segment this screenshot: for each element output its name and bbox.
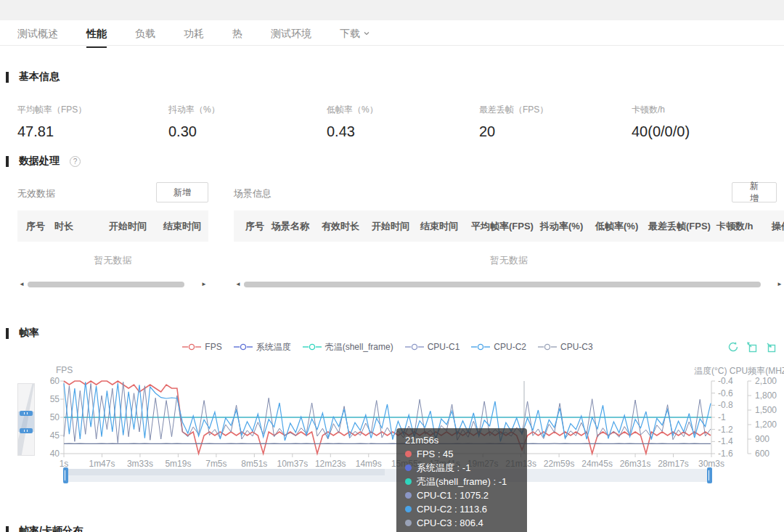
- tab-bar: 测试概述性能负载功耗热测试环境下载: [0, 28, 784, 46]
- invalid-table-empty: 暂无数据: [17, 254, 208, 267]
- series-line-FPS: [64, 381, 711, 454]
- column-header: 有效时长: [322, 210, 359, 242]
- metric-4: 卡顿数/h40(0/0/0): [632, 104, 690, 140]
- scroll-left-icon[interactable]: ◄: [17, 279, 26, 290]
- x-tick: 8m51s: [241, 459, 267, 469]
- legend-marker-icon: [234, 340, 253, 353]
- column-header: 开始时间: [109, 210, 147, 242]
- metric-2: 低帧率（%）0.43: [327, 104, 378, 140]
- tooltip-row: CPU-C1 : 1075.2: [405, 488, 518, 502]
- tab-overview[interactable]: 测试概述: [17, 28, 58, 47]
- metric-label: 平均帧率（FPS）: [17, 104, 86, 116]
- metric-label: 低帧率（%）: [327, 104, 378, 116]
- chart-legend: FPS系统温度壳温(shell_frame)CPU-C1CPU-C2CPU-C3: [64, 340, 711, 353]
- x-zoom-handle-right[interactable]: [707, 467, 712, 483]
- invalid-add-button[interactable]: 新增: [156, 182, 208, 202]
- tab-item-6[interactable]: 下载: [340, 28, 370, 47]
- section-marker: [6, 156, 9, 167]
- zoom-reset-icon[interactable]: [765, 341, 777, 356]
- series-dot-icon: [405, 465, 412, 471]
- scroll-left-icon[interactable]: ◄: [234, 279, 242, 290]
- legend-marker-icon: [538, 340, 557, 353]
- series-dot-icon: [405, 520, 412, 526]
- metric-label: 抖动率（%）: [168, 104, 220, 116]
- legend-item-CPU-C3[interactable]: CPU-C3: [538, 340, 593, 353]
- tooltip-row-text: CPU-C3 : 806.4: [417, 516, 483, 530]
- column-header: 结束时间: [163, 210, 201, 242]
- freq-tick: 2,100: [755, 376, 777, 386]
- scroll-right-icon[interactable]: ►: [775, 279, 784, 290]
- legend-label: 系统温度: [256, 341, 291, 353]
- metric-value: 40(0/0/0): [632, 123, 690, 140]
- tab-item-4[interactable]: 热: [232, 28, 242, 47]
- x-tick: 7m5s: [205, 459, 226, 469]
- section-data-processing: 数据处理 ?: [6, 155, 81, 168]
- temp-tick: -1: [718, 412, 726, 422]
- x-tick: 26m31s: [620, 459, 651, 469]
- temp-tick: -0.8: [718, 400, 733, 410]
- temp-tick: -0.6: [718, 388, 733, 398]
- legend-item-CPU-C2[interactable]: CPU-C2: [471, 340, 526, 353]
- legend-item-[interactable]: 系统温度: [234, 340, 291, 353]
- legend-item-shell_frame[interactable]: 壳温(shell_frame): [303, 340, 393, 353]
- tab-item-2[interactable]: 负载: [135, 28, 155, 47]
- legend-item-FPS[interactable]: FPS: [182, 340, 221, 353]
- scroll-right-icon[interactable]: ►: [200, 279, 208, 290]
- scene-table-scrollbar: ◄ ►: [234, 279, 784, 290]
- scene-table-title: 场景信息: [234, 187, 271, 200]
- metric-label: 卡顿数/h: [632, 104, 690, 116]
- metric-3: 最差丢帧（FPS）20: [479, 104, 548, 140]
- chart-tooltip: 21m56s FPS : 45系统温度 : -1壳温(shell_frame) …: [396, 428, 527, 532]
- y-zoom-slider[interactable]: [17, 383, 35, 456]
- x-zoom-data-shadow: [64, 469, 385, 475]
- freq-tick: 600: [755, 449, 769, 459]
- invalid-table-header: 序号时长开始时间结束时间: [17, 210, 208, 242]
- legend-item-CPU-C1[interactable]: CPU-C1: [405, 340, 460, 353]
- y-axis-name-temp: 温度(°C): [694, 366, 727, 376]
- metric-1: 抖动率（%）0.30: [168, 104, 220, 140]
- help-icon[interactable]: ?: [70, 156, 81, 167]
- column-header: 开始时间: [372, 210, 409, 242]
- x-tick: 14m9s: [356, 459, 382, 469]
- y-zoom-handle-bottom[interactable]: [20, 428, 33, 433]
- refresh-icon[interactable]: [727, 341, 739, 356]
- column-header: 低帧率(%): [595, 210, 638, 242]
- scrollbar-thumb[interactable]: [28, 282, 184, 287]
- section-basic-info: 基本信息: [6, 70, 60, 83]
- temp-tick: -0.4: [718, 376, 733, 386]
- series-line-CPU-C1: [64, 382, 711, 443]
- section-title: 基本信息: [19, 70, 60, 83]
- fps-tick: 40: [42, 449, 60, 459]
- x-tick: 22m59s: [544, 459, 575, 469]
- tooltip-row-text: CPU-C1 : 1075.2: [417, 488, 489, 502]
- x-zoom-handle-left[interactable]: [63, 467, 68, 483]
- section-title: 数据处理: [19, 155, 60, 168]
- scene-table-header: 序号场景名称有效时长开始时间结束时间平均帧率(FPS)抖动率(%)低帧率(%)最…: [234, 210, 784, 242]
- x-zoom-slider[interactable]: [64, 469, 711, 482]
- column-header: 场景名称: [271, 210, 309, 242]
- scene-table-empty: 暂无数据: [234, 254, 784, 267]
- scrollbar-thumb[interactable]: [244, 282, 761, 287]
- legend-label: CPU-C3: [560, 342, 593, 352]
- fps-tick: 45: [42, 430, 60, 441]
- column-header: 抖动率(%): [540, 210, 583, 242]
- section-marker: [6, 526, 9, 532]
- tab-item-5[interactable]: 测试环境: [271, 28, 311, 47]
- scene-add-button[interactable]: 新增: [732, 182, 777, 202]
- legend-marker-icon: [182, 340, 201, 353]
- y-zoom-handle-top[interactable]: [20, 411, 33, 416]
- legend-marker-icon: [405, 340, 424, 353]
- x-tick: 3m33s: [127, 459, 153, 469]
- x-tick: 1m47s: [89, 459, 115, 469]
- tab-performance[interactable]: 性能: [86, 28, 107, 47]
- tab-item-3[interactable]: 功耗: [184, 28, 204, 47]
- zoom-box-icon[interactable]: [746, 341, 758, 356]
- tooltip-row: FPS : 45: [405, 447, 518, 461]
- tooltip-row-text: 系统温度 : -1: [417, 461, 470, 475]
- temp-tick: -1.2: [718, 425, 733, 435]
- metric-label: 最差丢帧（FPS）: [479, 104, 548, 116]
- legend-label: CPU-C2: [494, 342, 526, 352]
- tooltip-row: 系统温度 : -1: [405, 461, 518, 475]
- series-dot-icon: [405, 492, 412, 499]
- metric-value: 20: [479, 123, 548, 140]
